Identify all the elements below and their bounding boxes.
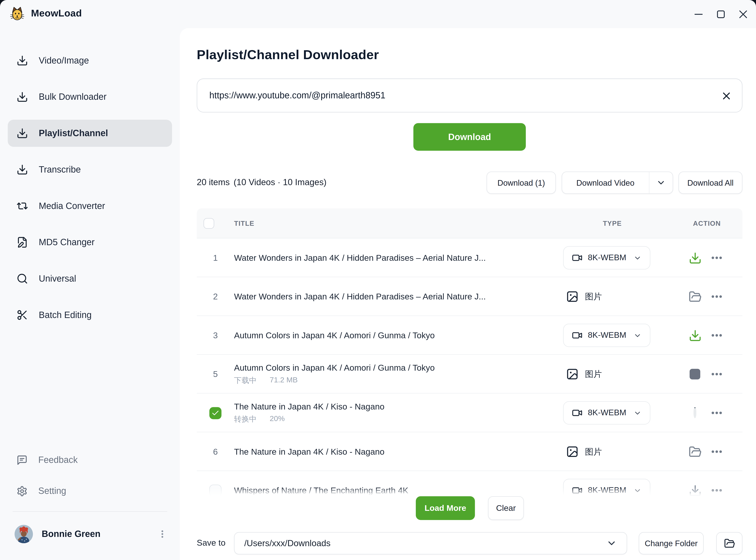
row-menu-button[interactable]: [711, 368, 722, 380]
row-number-cell: 2: [197, 277, 234, 316]
format-label: 8K-WEBM: [588, 331, 626, 340]
chevron-down-icon: [606, 538, 617, 548]
change-folder-button[interactable]: Change Folder: [639, 532, 704, 554]
row-stop-button[interactable]: [690, 369, 700, 379]
status-value: 20%: [270, 414, 285, 424]
select-all-checkbox[interactable]: [203, 218, 214, 229]
row-checkbox[interactable]: [209, 484, 221, 495]
row-type-cell: 8K-WEBM: [563, 316, 651, 355]
row-title-cell: Whispers of Nature / The Enchanting Eart…: [234, 471, 544, 495]
row-title: The Nature in Japan 4K / Kiso - Nagano: [234, 446, 544, 457]
row-title: Whispers of Nature / The Enchanting Eart…: [234, 485, 544, 495]
download-all-button[interactable]: Download All: [678, 172, 742, 194]
row-type-cell: 图片: [563, 355, 602, 394]
sidebar-item-universal[interactable]: Universal: [8, 265, 172, 292]
clear-button[interactable]: Clear: [488, 496, 524, 520]
sidebar-item-bulk-downloader[interactable]: Bulk Downloader: [8, 83, 172, 111]
row-menu-button[interactable]: [711, 252, 722, 263]
window-controls: [694, 0, 747, 28]
video-icon: [572, 407, 582, 418]
sidebar-item-media-converter[interactable]: Media Converter: [8, 192, 172, 219]
row-number-cell: [197, 471, 234, 495]
sidebar-item-transcribe[interactable]: Transcribe: [8, 156, 172, 183]
table-header: TITLE TYPE ACTION: [197, 208, 742, 239]
user-profile[interactable]: Bonnie Green: [8, 520, 172, 547]
clear-url-icon[interactable]: [721, 90, 732, 102]
type-label: 图片: [585, 446, 602, 457]
scissors-icon: [17, 309, 28, 321]
download-icon: [17, 91, 28, 103]
progress-spinner: [694, 408, 696, 417]
save-path-select[interactable]: /Users/xxx/Downloads: [234, 532, 627, 554]
table-row: 1 Water Wonders in Japan 4K / Hidden Par…: [197, 238, 742, 277]
row-status: 转换中20%: [234, 414, 544, 424]
video-icon: [572, 485, 582, 495]
minimize-icon[interactable]: [694, 10, 703, 18]
sidebar-item-md5-changer[interactable]: MD5 Changer: [8, 229, 172, 256]
row-download-button[interactable]: [689, 251, 701, 264]
chevron-down-icon: [634, 254, 642, 262]
row-checkbox[interactable]: [209, 407, 221, 419]
table-row: The Nature in Japan 4K / Kiso - Nagano 转…: [197, 394, 742, 433]
row-type-cell: 8K-WEBM: [563, 394, 651, 433]
format-select[interactable]: 8K-WEBM: [563, 246, 651, 269]
format-select[interactable]: 8K-WEBM: [563, 479, 651, 495]
row-number-cell: 3: [197, 316, 234, 355]
row-index: 6: [213, 446, 218, 457]
row-type-cell: 图片: [563, 277, 602, 316]
row-download-button[interactable]: [689, 329, 701, 342]
status-value: 71.2 MB: [270, 375, 298, 385]
row-menu-button[interactable]: [711, 291, 722, 302]
format-label: 8K-WEBM: [588, 253, 626, 263]
sidebar-item-playlist-channel[interactable]: Playlist/Channel: [8, 120, 172, 147]
format-select[interactable]: 8K-WEBM: [563, 401, 651, 424]
page-title: Playlist/Channel Downloader: [197, 47, 379, 62]
sidebar-item-label: Video/Image: [39, 55, 89, 66]
row-menu-button[interactable]: [711, 446, 722, 457]
sidebar-item-video-image[interactable]: Video/Image: [8, 47, 172, 74]
sidebar-item-feedback[interactable]: Feedback: [8, 446, 172, 473]
open-save-folder-button[interactable]: [716, 532, 742, 554]
user-menu-icon[interactable]: [158, 529, 167, 539]
row-menu-button[interactable]: [711, 329, 722, 341]
sidebar-item-batch-editing[interactable]: Batch Editing: [8, 301, 172, 328]
format-select[interactable]: 8K-WEBM: [563, 324, 651, 347]
chevron-down-icon[interactable]: [650, 178, 673, 187]
maximize-icon[interactable]: [717, 10, 725, 18]
url-input[interactable]: [197, 79, 742, 112]
row-action-cell: [679, 471, 742, 495]
image-icon: [566, 290, 579, 303]
row-title-cell: The Nature in Japan 4K / Kiso - Nagano 转…: [234, 394, 544, 433]
row-menu-button[interactable]: [711, 484, 722, 495]
download-selected-button[interactable]: Download (1): [486, 172, 556, 194]
row-menu-button[interactable]: [711, 407, 722, 419]
file-pen-icon: [17, 236, 28, 248]
sidebar-item-label: MD5 Changer: [39, 237, 95, 247]
row-number-cell: 6: [197, 432, 234, 471]
download-video-label[interactable]: Download Video: [562, 178, 649, 187]
load-more-button[interactable]: Load More: [416, 496, 475, 520]
row-download-button[interactable]: [689, 484, 701, 495]
format-label: 8K-WEBM: [588, 408, 626, 418]
column-type: TYPE: [603, 208, 622, 239]
download-icon: [17, 127, 28, 139]
table-row: 5 Autumn Colors in Japan 4K / Aomori / G…: [197, 355, 742, 394]
chevron-down-icon: [634, 486, 642, 495]
repeat-icon: [17, 200, 28, 212]
download-button[interactable]: Download: [413, 123, 526, 151]
row-open-folder-button[interactable]: [689, 290, 701, 303]
row-title-cell: Autumn Colors in Japan 4K / Aomori / Gun…: [234, 355, 544, 394]
download-icon: [17, 164, 28, 175]
sidebar-item-label: Setting: [38, 486, 66, 496]
user-name: Bonnie Green: [42, 529, 149, 539]
type-label: 图片: [585, 291, 602, 302]
items-breakdown: (10 Videos · 10 Images): [234, 177, 326, 187]
row-open-folder-button[interactable]: [689, 445, 701, 458]
close-icon[interactable]: [739, 10, 747, 18]
download-video-split-button[interactable]: Download Video: [562, 172, 673, 194]
sidebar-item-label: Feedback: [38, 455, 78, 465]
sidebar-item-setting[interactable]: Setting: [8, 477, 172, 504]
message-icon: [17, 454, 28, 465]
chevron-down-icon: [634, 331, 642, 340]
main-panel: Playlist/Channel Downloader Download 20 …: [180, 28, 756, 560]
